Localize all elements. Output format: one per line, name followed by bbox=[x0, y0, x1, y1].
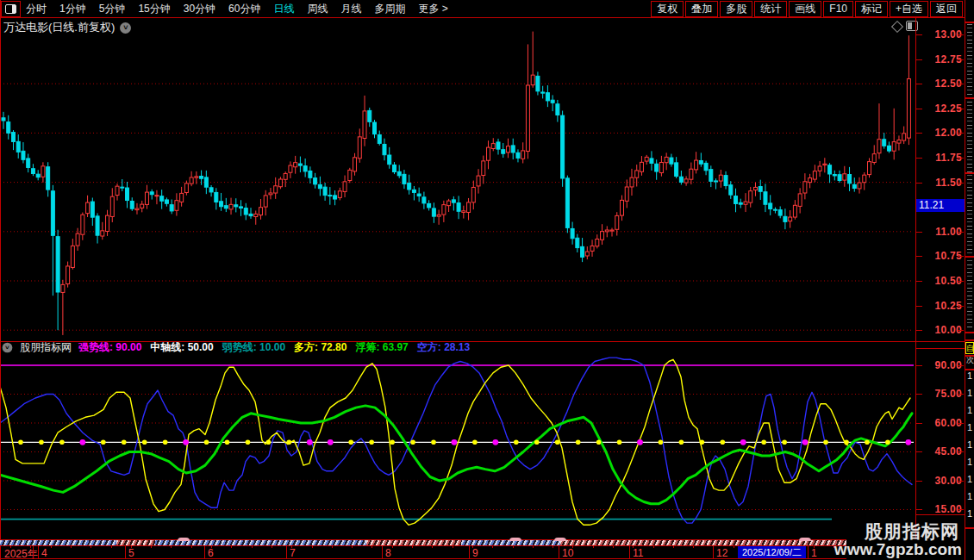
axis-tick bbox=[958, 423, 964, 424]
strip-divider bbox=[965, 97, 974, 99]
timeline-tick bbox=[252, 545, 253, 548]
timeline-tick bbox=[151, 545, 152, 548]
price-axis-label: 11.75 bbox=[924, 152, 962, 164]
toolbar-button-复权[interactable]: 复权 bbox=[651, 1, 684, 17]
candlestick-chart[interactable] bbox=[0, 18, 915, 341]
axis-tick bbox=[958, 365, 964, 366]
toolbar-button-返回[interactable]: 返回 bbox=[930, 1, 963, 17]
band-warm-segment bbox=[116, 540, 155, 545]
axis-tick bbox=[916, 330, 922, 331]
timeline-tick bbox=[613, 545, 614, 548]
strip-vertical-text-texture bbox=[967, 24, 972, 330]
right-side-strip[interactable]: 自 次 111111111 bbox=[965, 0, 974, 560]
menu-item-15分钟[interactable]: 15分钟 bbox=[138, 2, 170, 16]
menu-item-多周期[interactable]: 多周期 bbox=[374, 2, 405, 16]
menu-item-30分钟[interactable]: 30分钟 bbox=[184, 2, 215, 16]
timeline-separator bbox=[286, 545, 287, 558]
menu-item-周线[interactable]: 周线 bbox=[307, 2, 328, 16]
axis-tick bbox=[958, 330, 964, 331]
strip-number: 1 bbox=[967, 388, 972, 398]
toolbar-button-+自选[interactable]: +自选 bbox=[890, 1, 928, 17]
watermark-site-url: www.7gpzb.com bbox=[834, 540, 962, 559]
strip-divider bbox=[965, 355, 974, 357]
toolbar-button-多股[interactable]: 多股 bbox=[720, 1, 752, 17]
window-split-icon bbox=[5, 4, 16, 14]
toolbar-button-画线[interactable]: 画线 bbox=[789, 1, 821, 17]
strip-tag-button[interactable]: 自 bbox=[965, 342, 974, 354]
axis-tick bbox=[916, 109, 922, 109]
axis-tick bbox=[958, 34, 964, 35]
window-layout-icon[interactable] bbox=[1, 1, 21, 17]
timeline-tick bbox=[171, 545, 172, 548]
toolbar-button-标记[interactable]: 标记 bbox=[855, 1, 888, 17]
price-axis-label: 12.50 bbox=[924, 78, 962, 90]
timeline-month-label: 9 bbox=[472, 547, 478, 559]
band-bump-marker bbox=[554, 538, 566, 541]
axis-tick bbox=[916, 232, 922, 233]
timeline-tick bbox=[312, 545, 313, 548]
strip-number: 1 bbox=[967, 474, 972, 484]
menu-item-5分钟[interactable]: 5分钟 bbox=[99, 2, 126, 16]
timeline-separator bbox=[559, 545, 559, 558]
ind-axisbox-top bbox=[915, 348, 965, 349]
price-axis-label: 12.00 bbox=[924, 127, 962, 139]
top-toolbar: 分时1分钟5分钟15分钟30分钟60分钟日线周线月线多周期更多 > 复权叠加多股… bbox=[0, 0, 974, 17]
timeline-tick bbox=[693, 545, 694, 548]
timeline-tick bbox=[51, 545, 52, 548]
menu-item-分时[interactable]: 分时 bbox=[26, 2, 47, 16]
menu-item-日线[interactable]: 日线 bbox=[273, 2, 294, 16]
indicator-axis-label: 45.00 bbox=[924, 445, 962, 457]
ind-axisbox-bottom bbox=[915, 514, 965, 515]
timeline-separator bbox=[808, 545, 809, 558]
timeline-tick bbox=[30, 545, 31, 548]
timeline-tick bbox=[71, 545, 72, 548]
axis-tick bbox=[958, 158, 964, 159]
timeline-tick bbox=[814, 545, 815, 548]
strip-divider bbox=[965, 172, 974, 174]
menu-item-月线[interactable]: 月线 bbox=[340, 2, 361, 16]
timeline-month-label: 6 bbox=[208, 547, 214, 559]
price-axis-label: 11.50 bbox=[924, 177, 962, 189]
timeline-separator bbox=[204, 545, 205, 558]
axis-tick bbox=[916, 256, 922, 257]
axis-tick bbox=[916, 133, 922, 134]
strip-number: 1 bbox=[967, 508, 972, 519]
price-axis-label: 10.50 bbox=[924, 275, 962, 287]
axis-tick bbox=[916, 365, 922, 366]
indicator-chart[interactable] bbox=[0, 342, 915, 539]
axis-tick bbox=[916, 158, 922, 159]
timeline-separator bbox=[629, 545, 630, 558]
toolbar-button-统计[interactable]: 统计 bbox=[754, 1, 787, 17]
axis-tick bbox=[958, 281, 964, 282]
axis-tick bbox=[916, 394, 922, 395]
menu-item-更多 >[interactable]: 更多 > bbox=[418, 2, 447, 16]
timeline-tick bbox=[673, 545, 674, 548]
timeline-tick bbox=[572, 545, 573, 548]
menu-item-60分钟[interactable]: 60分钟 bbox=[228, 2, 260, 16]
strip-number: 1 bbox=[967, 422, 972, 432]
price-axis-label: 10.75 bbox=[924, 250, 962, 262]
toolbar-button-叠加[interactable]: 叠加 bbox=[685, 1, 718, 17]
timeline-tick bbox=[533, 545, 534, 548]
axis-tick bbox=[916, 59, 922, 60]
timeline-tick bbox=[332, 545, 333, 548]
axis-tick bbox=[958, 183, 964, 184]
left-frame-line bbox=[0, 0, 1, 560]
strip-number: 1 bbox=[967, 491, 972, 501]
timeline-separator bbox=[33, 545, 34, 558]
timeline-separator bbox=[125, 545, 126, 558]
menu-item-1分钟[interactable]: 1分钟 bbox=[59, 2, 86, 16]
price-axis-label: 12.25 bbox=[924, 103, 962, 115]
axis-tick bbox=[916, 183, 922, 184]
price-axis-label: 13.00 bbox=[924, 28, 962, 40]
timeline-tick bbox=[371, 545, 372, 548]
axis-tick bbox=[916, 451, 922, 452]
strip-number: 1 bbox=[967, 457, 972, 467]
toolbar-button-F10[interactable]: F10 bbox=[823, 1, 853, 17]
timeline-month-label: 7 bbox=[290, 547, 296, 559]
strip-number: 1 bbox=[967, 439, 972, 450]
pane-divider-line bbox=[0, 341, 965, 342]
price-axis-label: 10.25 bbox=[924, 300, 962, 312]
timeline-top-line bbox=[0, 545, 846, 546]
timeline-separator bbox=[382, 545, 383, 558]
